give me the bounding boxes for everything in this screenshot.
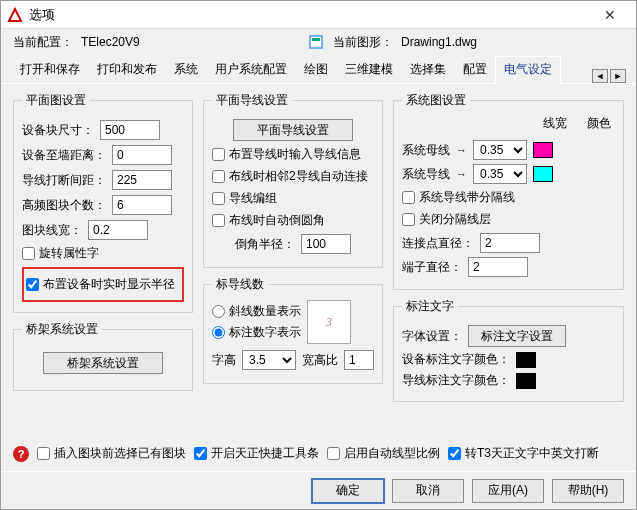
wire-color-label: 导线标注文字颜色：: [402, 372, 510, 389]
realtime-radius-label: 布置设备时实时显示半径: [43, 276, 175, 293]
tab-strip: 打开和保存 打印和发布 系统 用户系统配置 绘图 三维建模 选择集 配置 电气设…: [1, 55, 636, 84]
help-icon[interactable]: ?: [13, 446, 29, 462]
font-label: 字体设置：: [402, 328, 462, 345]
rotate-attr-checkbox[interactable]: [22, 247, 35, 260]
wire-legend: 平面导线设置: [212, 92, 292, 109]
auto-lt-checkbox[interactable]: [327, 447, 340, 460]
wall-dist-input[interactable]: [112, 145, 172, 165]
term-d-input[interactable]: [468, 257, 528, 277]
sys-close-layer-checkbox[interactable]: [402, 213, 415, 226]
fastbar-checkbox[interactable]: [194, 447, 207, 460]
sys-close-layer-label: 关闭分隔线层: [419, 211, 491, 228]
syswire-color-swatch[interactable]: [533, 166, 553, 182]
fillet-r-label: 倒角半径：: [235, 236, 295, 253]
profile-label: 当前配置：: [13, 34, 73, 51]
tab-print[interactable]: 打印和发布: [88, 56, 166, 83]
tab-nav-left[interactable]: ◄: [592, 69, 608, 83]
app-icon: [7, 7, 23, 23]
bus-lw-select[interactable]: 0.35: [473, 140, 527, 160]
block-size-input[interactable]: [100, 120, 160, 140]
auto-lt-label: 启用自动线型比例: [344, 445, 440, 462]
radio-slash[interactable]: [212, 305, 225, 318]
block-lw-label: 图块线宽：: [22, 222, 82, 239]
sys-sep-checkbox[interactable]: [402, 191, 415, 204]
tab-select[interactable]: 选择集: [401, 56, 455, 83]
hf-count-label: 高频图块个数：: [22, 197, 106, 214]
radio-number[interactable]: [212, 326, 225, 339]
labeltxt-group: 标注文字 字体设置：标注文字设置 设备标注文字颜色： 导线标注文字颜色：: [393, 298, 624, 402]
font-settings-button[interactable]: 标注文字设置: [468, 325, 566, 347]
bridge-legend: 桥架系统设置: [22, 321, 102, 338]
labeltxt-legend: 标注文字: [402, 298, 458, 315]
wire-compile-checkbox[interactable]: [212, 192, 225, 205]
wire-compile-label: 导线编组: [229, 190, 277, 207]
wiretxt-color-swatch[interactable]: [516, 373, 536, 389]
bus-color-swatch[interactable]: [533, 142, 553, 158]
tab-3d[interactable]: 三维建模: [336, 56, 402, 83]
fillet-r-input[interactable]: [301, 234, 351, 254]
color-header: 颜色: [587, 115, 611, 132]
conn-d-input[interactable]: [480, 233, 540, 253]
bridge-settings-button[interactable]: 桥架系统设置: [43, 352, 163, 374]
svg-rect-1: [312, 38, 320, 41]
tab-config[interactable]: 配置: [454, 56, 496, 83]
existing-block-checkbox[interactable]: [37, 447, 50, 460]
wire-fillet-checkbox[interactable]: [212, 214, 225, 227]
rotate-attr-label: 旋转属性字: [39, 245, 99, 262]
tab-user[interactable]: 用户系统配置: [206, 56, 296, 83]
dev-color-label: 设备标注文字颜色：: [402, 351, 510, 368]
window-title: 选项: [29, 6, 590, 24]
wire-adj2-checkbox[interactable]: [212, 170, 225, 183]
height-label: 字高: [212, 352, 236, 369]
sys-group: 系统图设置 线宽颜色 系统母线→0.35 系统导线→0.35 系统导线带分隔线 …: [393, 92, 624, 290]
bus-label: 系统母线: [402, 142, 450, 159]
sys-sep-label: 系统导线带分隔线: [419, 189, 515, 206]
wire-input-info-checkbox[interactable]: [212, 148, 225, 161]
plan-group: 平面图设置 设备块尺寸： 设备至墙距离： 导线打断间距： 高频图块个数： 图块线…: [13, 92, 193, 313]
labelnum-group: 标导线数 斜线数量表示 标注数字表示 3 字高3.5宽高比: [203, 276, 383, 384]
arrow-icon: →: [456, 168, 467, 180]
hf-count-input[interactable]: [112, 195, 172, 215]
arrow-icon: →: [456, 144, 467, 156]
labelnum-legend: 标导线数: [212, 276, 268, 293]
realtime-radius-checkbox[interactable]: [26, 278, 39, 291]
dwg-icon: [309, 34, 325, 50]
apply-button[interactable]: 应用(A): [472, 479, 544, 503]
tab-nav-right[interactable]: ►: [610, 69, 626, 83]
ok-button[interactable]: 确定: [312, 479, 384, 503]
help-button[interactable]: 帮助(H): [552, 479, 624, 503]
radio-number-label: 标注数字表示: [229, 324, 301, 341]
conn-d-label: 连接点直径：: [402, 235, 474, 252]
fastbar-label: 开启天正快捷工具条: [211, 445, 319, 462]
bridge-group: 桥架系统设置 桥架系统设置: [13, 321, 193, 391]
tab-elec[interactable]: 电气设定: [495, 56, 561, 84]
profile-value: TElec20V9: [81, 35, 201, 49]
sys-legend: 系统图设置: [402, 92, 470, 109]
tab-draw[interactable]: 绘图: [295, 56, 337, 83]
ratio-label: 宽高比: [302, 352, 338, 369]
dev-color-swatch[interactable]: [516, 352, 536, 368]
syswire-label: 系统导线: [402, 166, 450, 183]
wire-input-info-label: 布置导线时输入导线信息: [229, 146, 361, 163]
ratio-input[interactable]: [344, 350, 374, 370]
block-lw-input[interactable]: [88, 220, 148, 240]
tab-open-save[interactable]: 打开和保存: [11, 56, 89, 83]
wire-fillet-label: 布线时自动倒圆角: [229, 212, 325, 229]
wall-dist-label: 设备至墙距离：: [22, 147, 106, 164]
close-button[interactable]: ✕: [590, 7, 630, 23]
break-dist-input[interactable]: [112, 170, 172, 190]
syswire-lw-select[interactable]: 0.35: [473, 164, 527, 184]
drawing-value: Drawing1.dwg: [401, 35, 521, 49]
plan-legend: 平面图设置: [22, 92, 90, 109]
svg-rect-0: [310, 36, 322, 48]
term-d-label: 端子直径：: [402, 259, 462, 276]
lw-header: 线宽: [543, 115, 567, 132]
height-select[interactable]: 3.5: [242, 350, 296, 370]
t3-label: 转T3天正文字中英文打断: [465, 445, 599, 462]
wire-settings-button[interactable]: 平面导线设置: [233, 119, 353, 141]
t3-checkbox[interactable]: [448, 447, 461, 460]
break-dist-label: 导线打断间距：: [22, 172, 106, 189]
wire-group: 平面导线设置 平面导线设置 布置导线时输入导线信息 布线时相邻2导线自动连接 导…: [203, 92, 383, 268]
tab-system[interactable]: 系统: [165, 56, 207, 83]
cancel-button[interactable]: 取消: [392, 479, 464, 503]
